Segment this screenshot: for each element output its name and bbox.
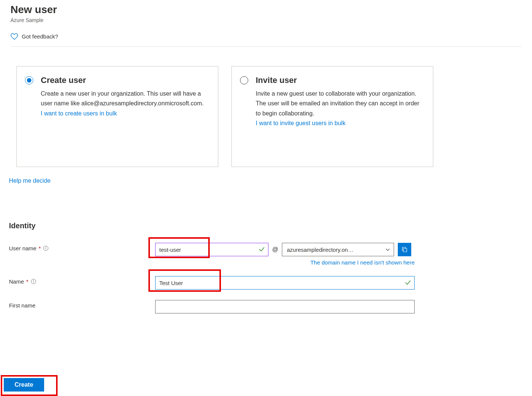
svg-rect-3 [403, 248, 407, 252]
feedback-text: Got feedback? [22, 33, 58, 40]
name-input[interactable] [155, 276, 415, 290]
create-user-radio[interactable] [25, 76, 33, 84]
invite-user-title: Invite user [256, 75, 422, 85]
feedback-bar[interactable]: Got feedback? [10, 30, 522, 47]
create-user-title: Create user [41, 75, 207, 85]
firstname-label: First name [9, 302, 36, 309]
domain-help-link[interactable]: The domain name I need isn't shown here [155, 259, 415, 266]
chevron-down-icon [385, 247, 391, 253]
bulk-create-link[interactable]: I want to create users in bulk [41, 110, 117, 117]
bulk-invite-link[interactable]: I want to invite guest users in bulk [256, 120, 345, 127]
name-label: Name [9, 278, 24, 285]
create-user-card[interactable]: Create user Create a new user in your or… [16, 66, 218, 167]
heart-icon [10, 32, 19, 40]
help-me-decide-link[interactable]: Help me decide [9, 177, 50, 184]
info-icon[interactable] [43, 245, 49, 251]
page-title: New user [10, 4, 522, 16]
copy-button[interactable] [398, 243, 411, 256]
svg-point-2 [46, 247, 46, 247]
info-icon[interactable] [31, 279, 36, 284]
domain-select[interactable]: azuresampledirectory.on… [282, 243, 394, 256]
username-input[interactable] [155, 243, 268, 256]
invite-user-card[interactable]: Invite user Invite a new guest user to c… [231, 66, 433, 167]
required-asterisk: * [39, 245, 41, 251]
copy-icon [401, 246, 408, 253]
at-symbol: @ [272, 246, 278, 253]
required-asterisk: * [26, 278, 28, 285]
page-subtitle: Azure Sample [10, 17, 522, 23]
identity-section-title: Identity [9, 222, 525, 230]
invite-user-text: Invite a new guest user to collaborate w… [256, 89, 422, 118]
username-label: User name [9, 245, 36, 251]
svg-point-6 [33, 280, 34, 281]
firstname-input[interactable] [155, 300, 415, 313]
create-user-text: Create a new user in your organization. … [41, 89, 207, 109]
invite-user-radio[interactable] [240, 76, 248, 84]
domain-selected: azuresampledirectory.on… [287, 247, 353, 253]
